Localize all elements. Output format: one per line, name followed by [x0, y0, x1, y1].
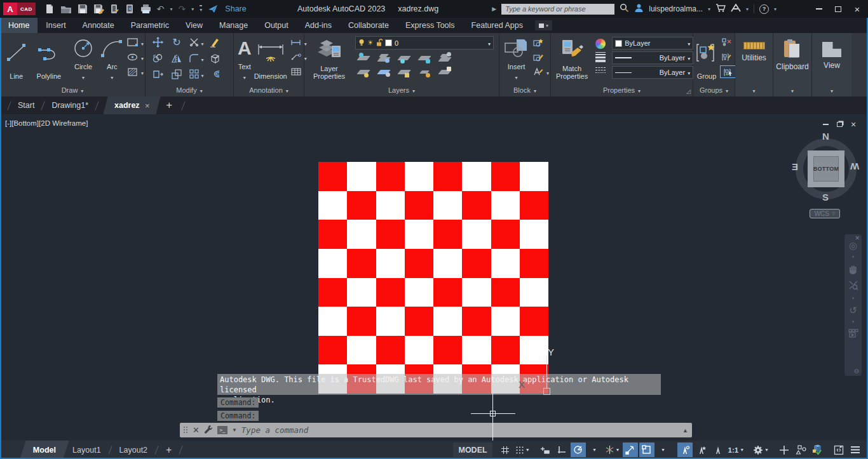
clean-screen-icon[interactable] — [831, 442, 846, 457]
open-folder-icon[interactable] — [60, 4, 72, 14]
ortho-mode-icon[interactable] — [554, 442, 569, 457]
redo-dropdown-icon[interactable]: ▾ — [191, 6, 194, 12]
create-block-tool[interactable] — [532, 36, 549, 49]
isolate-objects-icon[interactable] — [793, 442, 808, 457]
layer-unlock-icon[interactable] — [376, 39, 383, 48]
ellipse-dropdown-icon[interactable] — [141, 51, 144, 63]
text-dropdown-icon[interactable] — [243, 73, 246, 81]
board-cell[interactable] — [462, 278, 491, 307]
board-cell[interactable] — [433, 336, 462, 365]
properties-dialog-launcher-icon[interactable]: ◿ — [686, 88, 691, 95]
viewport-controls-label[interactable]: [-][Bottom][2D Wireframe] — [5, 119, 88, 127]
user-dropdown-icon[interactable]: ▾ — [708, 6, 710, 12]
board-cell[interactable] — [491, 278, 520, 307]
annotation-monitor-icon[interactable] — [776, 442, 792, 457]
board-cell[interactable] — [462, 336, 491, 365]
board-cell[interactable] — [405, 249, 433, 278]
polar-dropdown-icon[interactable]: ▼ — [587, 442, 602, 457]
board-cell[interactable] — [462, 249, 491, 278]
share-label[interactable]: Share — [225, 4, 246, 13]
copy-tool[interactable] — [151, 53, 164, 64]
command-customize-wrench-icon[interactable] — [204, 425, 213, 436]
board-cell[interactable] — [318, 191, 347, 220]
board-cell[interactable] — [491, 336, 520, 365]
command-line-bar[interactable]: ✕ >_ ▼ ▲ — [180, 423, 692, 437]
board-cell[interactable] — [347, 162, 376, 191]
arc-dropdown-icon[interactable] — [111, 73, 113, 81]
board-cell[interactable] — [376, 249, 405, 278]
board-cell[interactable] — [347, 191, 376, 220]
search-icon[interactable] — [620, 3, 629, 15]
insert-dropdown-icon[interactable] — [515, 73, 517, 81]
board-cell[interactable] — [405, 278, 433, 307]
board-cell[interactable] — [433, 191, 462, 220]
dynamic-input-icon[interactable] — [538, 442, 553, 457]
trim-dropdown-icon[interactable] — [201, 37, 203, 48]
offset-tool[interactable] — [208, 69, 221, 80]
layer-thaw-icon[interactable]: ☀ — [367, 39, 374, 47]
board-cell[interactable] — [520, 307, 548, 336]
board-cell[interactable] — [376, 278, 405, 307]
tab-express-tools[interactable]: Express Tools — [397, 18, 463, 33]
file-tab-start[interactable]: Start — [15, 101, 37, 110]
hatch-tool[interactable] — [126, 65, 144, 78]
group-edit-tool[interactable] — [720, 51, 736, 63]
rectangle-dropdown-icon[interactable] — [141, 37, 144, 48]
circle-tool[interactable]: Circle — [67, 33, 98, 81]
workspace-gear-icon[interactable]: ▼ — [752, 442, 770, 457]
board-cell[interactable] — [347, 220, 376, 249]
new-file-icon[interactable] — [44, 4, 55, 14]
board-cell[interactable] — [318, 162, 347, 191]
customization-menu-icon[interactable] — [848, 442, 863, 457]
board-cell[interactable] — [347, 278, 376, 307]
layer-select[interactable]: ☀ 0 — [355, 36, 494, 50]
file-tab-close-icon[interactable]: × — [145, 101, 150, 110]
board-cell[interactable] — [405, 307, 433, 336]
compass-south[interactable]: S — [822, 192, 829, 203]
board-cell[interactable] — [318, 336, 347, 365]
fillet-tool[interactable] — [187, 52, 203, 65]
hatch-dropdown-icon[interactable] — [141, 66, 144, 77]
board-cell[interactable] — [491, 307, 520, 336]
layer-properties-button[interactable]: Layer Properties — [308, 33, 350, 81]
layer-walk-icon[interactable] — [438, 66, 452, 77]
minimize-button[interactable] — [812, 3, 826, 15]
mirror-tool[interactable] — [170, 53, 183, 64]
stretch-tool[interactable] — [151, 69, 164, 80]
board-cell[interactable] — [433, 307, 462, 336]
annotation-visibility-icon[interactable] — [677, 442, 693, 457]
polyline-tool[interactable]: Polyline — [30, 33, 67, 81]
board-cell[interactable] — [491, 249, 520, 278]
layout1-tab[interactable]: Layout1 — [66, 446, 107, 455]
rectangle-tool[interactable] — [126, 36, 144, 49]
save-to-mobile-icon[interactable] — [110, 4, 119, 14]
annotation-scale-value[interactable]: 1:1▼ — [727, 442, 746, 457]
panel-modify-label[interactable]: Modify — [146, 84, 233, 96]
compass-west[interactable]: W — [850, 161, 859, 172]
command-bar-close-icon[interactable]: ✕ — [193, 426, 200, 434]
layer-freeze-icon[interactable] — [397, 52, 411, 63]
panel-annotation-label[interactable]: Annotation — [234, 84, 304, 96]
layer-thaw-all-icon[interactable] — [397, 66, 411, 77]
compass-north[interactable]: N — [822, 131, 829, 142]
orbit-icon[interactable]: ↺ — [849, 305, 857, 315]
group-tool[interactable]: Group — [695, 33, 719, 81]
navigation-bar[interactable]: ✕ ◎ ▾ ▾ ↺ ▾ ⊖ — [844, 234, 862, 376]
board-cell[interactable] — [462, 162, 491, 191]
panel-clipboard[interactable]: Clipboard — [773, 33, 812, 96]
tab-add-ins[interactable]: Add-ins — [297, 18, 340, 33]
model-space-badge[interactable]: MODEL — [453, 442, 492, 457]
layer-off-icon[interactable] — [356, 66, 370, 77]
autodesk-dropdown-icon[interactable]: ▾ — [746, 6, 749, 12]
scale-tool[interactable] — [170, 69, 183, 80]
object-snap-tracking-icon[interactable] — [623, 442, 638, 457]
board-cell[interactable] — [433, 249, 462, 278]
save-as-icon[interactable] — [93, 4, 104, 14]
object-color-select[interactable]: ByLayer — [612, 37, 693, 50]
board-cell[interactable] — [376, 162, 405, 191]
board-cell[interactable] — [433, 278, 462, 307]
board-cell[interactable] — [318, 220, 347, 249]
command-bar-drag-handle[interactable] — [184, 427, 188, 434]
snap-dropdown-icon[interactable]: ▼ — [526, 448, 530, 452]
new-layout-button[interactable]: + — [159, 444, 178, 456]
